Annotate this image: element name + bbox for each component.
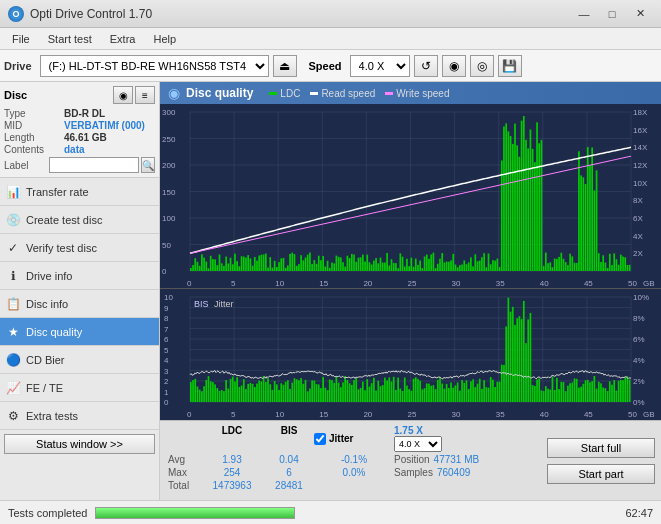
position-label: Position (394, 454, 430, 465)
window-controls: — □ ✕ (571, 4, 653, 24)
max-bis: 6 (264, 467, 314, 478)
speed-label: Speed (309, 60, 342, 72)
legend-ldc: LDC (269, 88, 300, 99)
legend-ldc-label: LDC (280, 88, 300, 99)
sidebar-item-label: Disc quality (26, 326, 82, 338)
menu-extra[interactable]: Extra (102, 31, 144, 47)
disc-title: Disc (4, 89, 27, 101)
samples-value: 760409 (437, 467, 470, 478)
time-display: 62:47 (625, 507, 653, 519)
sidebar-item-label: CD Bier (26, 354, 65, 366)
speed-refresh-button[interactable]: ↺ (414, 55, 438, 77)
chart-area: ◉ Disc quality LDC Read speed Write spee… (160, 82, 661, 500)
legend-read-speed: Read speed (310, 88, 375, 99)
total-stats-row: Total 1473963 28481 (168, 480, 533, 491)
title-bar: O Opti Drive Control 1.70 — □ ✕ (0, 0, 661, 28)
stats-header-row: LDC BIS Jitter 1.75 X 4.0 X (168, 425, 533, 452)
close-button[interactable]: ✕ (627, 4, 653, 24)
max-stats-row: Max 254 6 0.0% Samples 760409 (168, 467, 533, 478)
sidebar-item-label: FE / TE (26, 382, 63, 394)
disc-contents-row: Contents data (4, 144, 155, 155)
maximize-button[interactable]: □ (599, 4, 625, 24)
chart-title: Disc quality (186, 86, 253, 100)
eject-button[interactable]: ⏏ (273, 55, 297, 77)
ldc-chart-canvas (160, 104, 661, 289)
stats-left: LDC BIS Jitter 1.75 X 4.0 X Avg (160, 421, 541, 500)
sidebar-item-verify-test-disc[interactable]: ✓ Verify test disc (0, 234, 159, 262)
sidebar-item-cd-bier[interactable]: 🔵 CD Bier (0, 346, 159, 374)
disc-icon-btn-2[interactable]: ≡ (135, 86, 155, 104)
drive-label: Drive (4, 60, 32, 72)
create-test-disc-icon: 💿 (6, 213, 20, 227)
sidebar-item-create-test-disc[interactable]: 💿 Create test disc (0, 206, 159, 234)
chart-header: ◉ Disc quality LDC Read speed Write spee… (160, 82, 661, 104)
disc-icon-btn-1[interactable]: ◉ (113, 86, 133, 104)
disc-info-icon: 📋 (6, 297, 20, 311)
sidebar-item-transfer-rate[interactable]: 📊 Transfer rate (0, 178, 159, 206)
max-label: Max (168, 467, 200, 478)
speed-selector[interactable]: 4.0 X (350, 55, 410, 77)
label-search-button[interactable]: 🔍 (141, 157, 155, 173)
read-speed-color (310, 92, 318, 95)
bis-jitter-chart-canvas (160, 289, 661, 420)
speed-val: 1.75 X (394, 425, 423, 436)
app-icon: O (8, 6, 24, 22)
avg-ldc: 1.93 (200, 454, 264, 465)
disc-mid-label: MID (4, 120, 64, 131)
speed-select[interactable]: 4.0 X (394, 436, 442, 452)
bottom-stats-bar: LDC BIS Jitter 1.75 X 4.0 X Avg (160, 420, 661, 500)
charts-container (160, 104, 661, 420)
toolbar-btn-2[interactable]: ◎ (470, 55, 494, 77)
extra-tests-icon: ⚙ (6, 409, 20, 423)
sidebar-item-extra-tests[interactable]: ⚙ Extra tests (0, 402, 159, 430)
disc-quality-icon: ★ (6, 325, 20, 339)
status-bar: Tests completed 62:47 (0, 500, 661, 524)
disc-contents-label: Contents (4, 144, 64, 155)
avg-label: Avg (168, 454, 200, 465)
sidebar-item-drive-info[interactable]: ℹ Drive info (0, 262, 159, 290)
start-part-button[interactable]: Start part (547, 464, 655, 484)
total-ldc: 1473963 (200, 480, 264, 491)
drive-selector[interactable]: (F:) HL-DT-ST BD-RE WH16NS58 TST4 (40, 55, 269, 77)
toolbar-btn-1[interactable]: ◉ (442, 55, 466, 77)
sidebar-item-disc-info[interactable]: 📋 Disc info (0, 290, 159, 318)
main-area: Disc ◉ ≡ Type BD-R DL MID VERBATIMf (000… (0, 82, 661, 500)
verify-test-disc-icon: ✓ (6, 241, 20, 255)
top-chart (160, 104, 661, 289)
bottom-chart (160, 289, 661, 420)
legend-read-speed-label: Read speed (321, 88, 375, 99)
speed-header: 1.75 X 4.0 X (394, 425, 444, 452)
sidebar-item-label: Extra tests (26, 410, 78, 422)
menu-start-test[interactable]: Start test (40, 31, 100, 47)
sidebar-item-disc-quality[interactable]: ★ Disc quality (0, 318, 159, 346)
sidebar-item-label: Disc info (26, 298, 68, 310)
disc-label-row: Label 🔍 (4, 157, 155, 173)
disc-type-label: Type (4, 108, 64, 119)
label-input[interactable] (49, 157, 139, 173)
disc-header: Disc ◉ ≡ (4, 86, 155, 104)
status-window-button[interactable]: Status window >> (4, 434, 155, 454)
save-button[interactable]: 💾 (498, 55, 522, 77)
legend-write-speed: Write speed (385, 88, 449, 99)
write-speed-color (385, 92, 393, 95)
minimize-button[interactable]: — (571, 4, 597, 24)
transfer-rate-icon: 📊 (6, 185, 20, 199)
sidebar-item-fe-te[interactable]: 📈 FE / TE (0, 374, 159, 402)
disc-type-value: BD-R DL (64, 108, 105, 119)
menu-file[interactable]: File (4, 31, 38, 47)
progress-bar-fill (96, 508, 294, 518)
stat-blank (168, 425, 200, 452)
jitter-checkbox[interactable] (314, 433, 326, 445)
menu-help[interactable]: Help (145, 31, 184, 47)
disc-label-label: Label (4, 160, 49, 171)
disc-type-row: Type BD-R DL (4, 108, 155, 119)
disc-icons: ◉ ≡ (113, 86, 155, 104)
start-full-button[interactable]: Start full (547, 438, 655, 458)
disc-length-value: 46.61 GB (64, 132, 107, 143)
total-bis: 28481 (264, 480, 314, 491)
avg-bis: 0.04 (264, 454, 314, 465)
status-text: Tests completed (8, 507, 87, 519)
avg-stats-row: Avg 1.93 0.04 -0.1% Position 47731 MB (168, 454, 533, 465)
disc-length-label: Length (4, 132, 64, 143)
title-bar-left: O Opti Drive Control 1.70 (8, 6, 152, 22)
